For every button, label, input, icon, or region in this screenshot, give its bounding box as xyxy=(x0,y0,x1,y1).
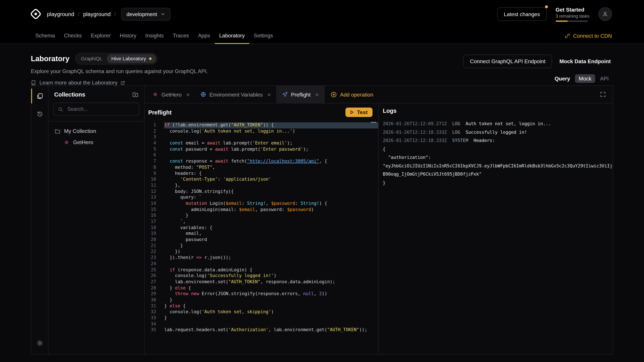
close-tab-icon[interactable]: × xyxy=(315,91,319,97)
tree-item-my-collection[interactable]: My Collection xyxy=(48,125,144,137)
code-line-18[interactable]: 18 variables: { xyxy=(144,225,378,231)
line-number: 35 xyxy=(144,327,156,333)
code-line-19[interactable]: 19 email, xyxy=(144,231,378,237)
code-line-30[interactable]: 30 } xyxy=(144,297,378,303)
history-icon xyxy=(36,111,43,117)
add-operation-button[interactable]: Add operation xyxy=(324,86,380,103)
nav-tab-explorer[interactable]: Explorer xyxy=(86,28,115,44)
target-selector[interactable]: development xyxy=(121,7,170,20)
line-number: 10 xyxy=(144,177,156,183)
line-number: 30 xyxy=(144,297,156,303)
latest-changes-button[interactable]: Latest changes xyxy=(497,7,546,21)
nav-tab-history[interactable]: History xyxy=(115,28,141,44)
connect-graphql-api-endpoint-button[interactable]: Connect GraphQL API Endpoint xyxy=(464,55,552,68)
code-line-34[interactable]: 34 xyxy=(144,321,378,327)
nav-tab-apps[interactable]: Apps xyxy=(193,28,214,44)
code-line-3[interactable]: 3 xyxy=(144,134,378,140)
line-number: 16 xyxy=(144,213,156,219)
search-icon xyxy=(58,107,63,112)
code-line-20[interactable]: 20 password xyxy=(144,237,378,243)
tree-item-gethero[interactable]: GetHero xyxy=(48,137,144,148)
code-line-33[interactable]: 33} xyxy=(144,315,378,321)
code-line-15[interactable]: 15 adminLogin(email: $email, password: $… xyxy=(144,207,378,213)
code-line-8[interactable]: 8 method: "POST", xyxy=(144,165,378,171)
line-number: 8 xyxy=(144,165,156,171)
nav-tab-laboratory[interactable]: Laboratory xyxy=(215,28,249,44)
code-line-31[interactable]: 31} else { xyxy=(144,303,378,309)
icon-rail xyxy=(31,86,48,354)
code-line-32[interactable]: 32 console.log('Auth token set, skipping… xyxy=(144,309,378,315)
tab-label: Environment Variables xyxy=(210,91,263,97)
tab-environment-variables[interactable]: Environment Variables× xyxy=(195,86,276,103)
code-line-22[interactable]: 22 }) xyxy=(144,249,378,255)
get-started-widget[interactable]: Get Started 3 remaining tasks xyxy=(556,6,590,22)
mock-data-endpoint-button[interactable]: Mock Data Endpoint xyxy=(557,55,613,68)
code-line-24[interactable]: 24 xyxy=(144,261,378,267)
nav-tab-schema[interactable]: Schema xyxy=(31,28,60,44)
code-line-14[interactable]: 14 mutation Login($email: String!, $pass… xyxy=(144,201,378,207)
learn-more-link[interactable]: Learn more about the Laboratory xyxy=(31,80,125,86)
code-line-12[interactable]: 12 body: JSON.stringify({ xyxy=(144,189,378,195)
code-line-5[interactable]: 5 const password = await lab.prompt('Ent… xyxy=(144,146,378,152)
mode-option-graphiql[interactable]: GraphiQL xyxy=(76,54,107,63)
new-collection-icon[interactable] xyxy=(132,91,138,97)
code-line-11[interactable]: 11 }, xyxy=(144,183,378,189)
log-entry: { xyxy=(383,146,613,152)
code-line-2[interactable]: 2 console.log('Auth token not set, loggi… xyxy=(144,128,378,134)
code-line-35[interactable]: 35lab.request.headers.set('Authorization… xyxy=(144,327,378,333)
rail-history-button[interactable] xyxy=(31,108,48,120)
tree-item-label: My Collection xyxy=(64,128,96,134)
code-line-26[interactable]: 26 console.log('Successfully logged in!'… xyxy=(144,273,378,279)
line-number: 21 xyxy=(144,243,156,249)
line-number: 6 xyxy=(144,152,156,159)
tab-gethero[interactable]: GetHero× xyxy=(147,86,195,103)
code-line-13[interactable]: 13 query: ` xyxy=(144,195,378,201)
search-input[interactable] xyxy=(66,106,135,112)
endpoint-option-mock[interactable]: Mock xyxy=(575,74,595,83)
line-number: 11 xyxy=(144,183,156,189)
line-number: 12 xyxy=(144,189,156,195)
query-switch-label: Query xyxy=(554,76,570,82)
rail-settings-button[interactable] xyxy=(31,337,48,349)
line-number: 23 xyxy=(144,255,156,261)
code-line-25[interactable]: 25 if (response.data.adminLogin) { xyxy=(144,267,378,273)
fullscreen-button[interactable] xyxy=(593,86,613,103)
code-line-6[interactable]: 6 xyxy=(144,152,378,159)
nav-tab-insights[interactable]: Insights xyxy=(141,28,168,44)
code-line-10[interactable]: 10 'Content-Type': 'application/json' xyxy=(144,177,378,183)
code-line-21[interactable]: 21 } xyxy=(144,243,378,249)
log-entry: 2026-01-26T12:12:09.271Z LOG Auth token … xyxy=(383,121,613,127)
nav-tab-traces[interactable]: Traces xyxy=(168,28,193,44)
page-header: Laboratory GraphiQLHive Laboratory Explo… xyxy=(0,44,644,85)
hive-logo-icon[interactable] xyxy=(30,8,42,20)
code-line-7[interactable]: 7 const response = await fetch("http://l… xyxy=(144,159,378,165)
nav-tab-checks[interactable]: Checks xyxy=(59,28,86,44)
tab-preflight[interactable]: Preflight× xyxy=(276,86,324,103)
connect-cdn-link[interactable]: Connect to CDN xyxy=(565,28,612,43)
code-line-9[interactable]: 9 headers: { xyxy=(144,171,378,177)
nav-tab-settings[interactable]: Settings xyxy=(249,28,278,44)
log-entry: 2026-01-26T12:12:18.333Z LOG Successfull… xyxy=(383,130,613,135)
breadcrumb-org[interactable]: playground xyxy=(47,11,74,17)
code-line-29[interactable]: 29 throw new Error(JSON.stringify(respon… xyxy=(144,291,378,297)
mode-option-hive-laboratory[interactable]: Hive Laboratory xyxy=(107,54,156,63)
endpoint-option-api[interactable]: API xyxy=(596,74,612,83)
close-tab-icon[interactable]: × xyxy=(267,91,271,97)
code-line-4[interactable]: 4 const email = await lab.prompt('Enter … xyxy=(144,140,378,146)
code-line-27[interactable]: 27 lab.environment.set("AUTH_TOKEN", res… xyxy=(144,279,378,285)
page-title: Laboratory xyxy=(31,54,70,63)
log-entry: "eyJhbGciOiJIUzI1NiIsInR5cCI6IkpXVCJ9.ey… xyxy=(383,163,613,169)
test-button[interactable]: Test xyxy=(346,108,372,117)
avatar[interactable] xyxy=(598,7,612,21)
collapse-editor-handle[interactable] xyxy=(371,122,376,123)
line-number: 34 xyxy=(144,321,156,327)
code-line-17[interactable]: 17 `, xyxy=(144,219,378,225)
code-line-16[interactable]: 16 } xyxy=(144,213,378,219)
code-line-28[interactable]: 28 } else { xyxy=(144,285,378,291)
code-line-1[interactable]: 1if (!lab.environment.get("AUTH_TOKEN"))… xyxy=(144,122,378,128)
code-editor[interactable]: 1if (!lab.environment.get("AUTH_TOKEN"))… xyxy=(144,119,378,354)
code-line-23[interactable]: 23 }).then(r => r.json()); xyxy=(144,255,378,261)
close-tab-icon[interactable]: × xyxy=(186,91,190,97)
breadcrumb-project[interactable]: playground xyxy=(83,11,111,17)
rail-collections-button[interactable] xyxy=(31,90,48,102)
